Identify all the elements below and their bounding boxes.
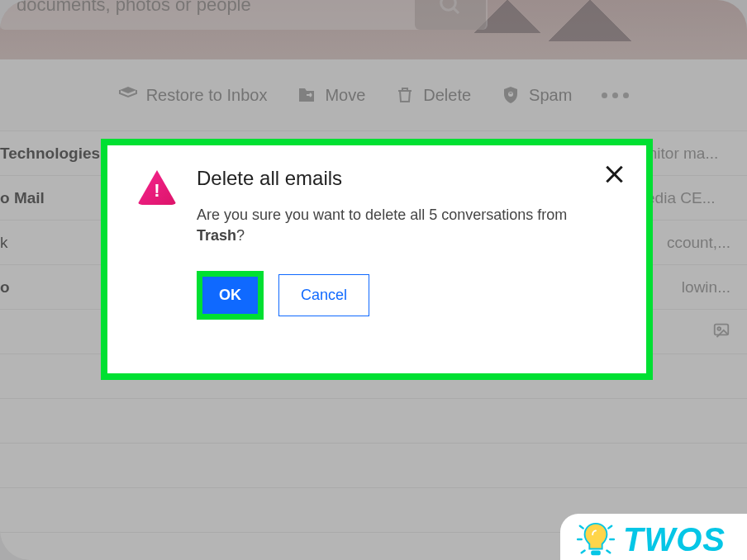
watermark: TWOS (560, 514, 747, 560)
delete-all-dialog: Delete all emails Are you sure you want … (107, 145, 646, 373)
cancel-button[interactable]: Cancel (278, 274, 369, 316)
dialog-buttons: OK Cancel (197, 271, 616, 320)
ok-highlight: OK (197, 271, 264, 320)
close-button[interactable] (603, 164, 625, 185)
watermark-text: TWOS (623, 521, 726, 558)
dialog-highlight: Delete all emails Are you sure you want … (101, 139, 653, 380)
ok-button[interactable]: OK (202, 277, 258, 314)
svg-rect-6 (591, 550, 601, 555)
dialog-title: Delete all emails (197, 167, 616, 190)
warning-icon (137, 170, 177, 205)
lightbulb-icon (577, 520, 615, 558)
dialog-text: Are you sure you want to delete all 5 co… (197, 205, 616, 246)
